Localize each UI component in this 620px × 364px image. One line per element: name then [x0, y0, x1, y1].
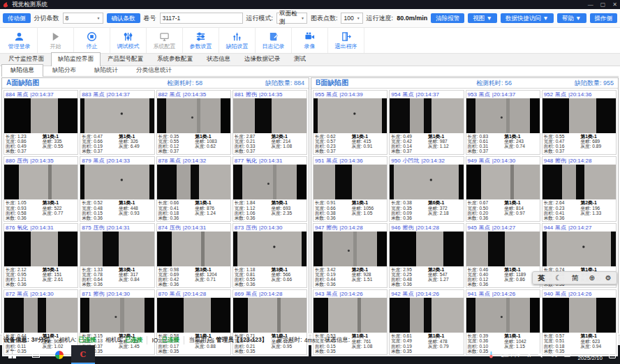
debug-mode-button[interactable]: 调试模式	[110, 28, 147, 53]
defect-image[interactable]	[313, 232, 387, 266]
defect-cell[interactable]: 951 黑点 |20:14:36 长度: 0.91 宽度: 0.66 面积: 0…	[313, 156, 388, 221]
drive-side-button[interactable]: 传动侧	[3, 13, 31, 24]
help-menu-button[interactable]: 帮助 ▼	[557, 13, 586, 24]
weather-widget[interactable]: 气温下降	[487, 351, 521, 359]
defect-image[interactable]	[466, 165, 540, 199]
defect-cell[interactable]: 946 擦伤 |20:14:28 长度: 2.95 宽度: 0.25 面积: 0…	[389, 223, 464, 288]
taskbar-clock[interactable]: 20:142025/2/10	[577, 348, 603, 362]
defect-image[interactable]	[233, 298, 307, 333]
defect-image[interactable]	[157, 165, 230, 199]
defect-image[interactable]	[313, 98, 387, 133]
minimize-button[interactable]: —	[588, 0, 593, 9]
slit-count-select[interactable]: 8▼	[63, 13, 103, 24]
chart-points-select[interactable]: 100▼	[341, 13, 362, 24]
defect-cell[interactable]: 873 压伤 |20:14:30 长度: 1.18 宽度: 0.81 面积: 0…	[232, 223, 307, 288]
defect-cell[interactable]: 950 小凹坑 |20:14:32 长度: 0.38 宽度: 0.35 面积: …	[389, 156, 464, 221]
defect-image[interactable]	[233, 98, 307, 133]
defect-image[interactable]	[157, 298, 230, 333]
log-record-button[interactable]: 日志记录	[256, 28, 292, 53]
record-video-button[interactable]: 录像	[292, 28, 328, 53]
defect-cell[interactable]: 879 黑点 |20:14:33 长度: 0.52 宽度: 0.48 面积: 0…	[80, 156, 154, 221]
defect-cell[interactable]: 884 黑点 |20:14:37 长度: 1.23 宽度: 0.86 面积: 0…	[3, 90, 78, 155]
defect-image[interactable]	[233, 232, 307, 266]
defect-image[interactable]	[313, 165, 387, 199]
taskbar-browser-button[interactable]	[47, 345, 71, 364]
defect-image[interactable]	[390, 98, 463, 133]
defect-cell[interactable]: 870 黑点 |20:14:28 长度: 0.58 宽度: 0.52 面积: 0…	[156, 289, 231, 354]
tray-expand-caret[interactable]: ∧	[527, 351, 531, 358]
defect-cell[interactable]: 942 黑点 |20:14:26 长度: 0.61 宽度: 0.49 面积: 0…	[389, 289, 464, 354]
defect-image[interactable]	[157, 232, 230, 266]
quick-data-menu-button[interactable]: 数据快捷访问 ▼	[501, 13, 554, 24]
defect-cell[interactable]: 947 擦伤 |20:14:28 长度: 3.42 宽度: 0.19 面积: 0…	[313, 223, 388, 288]
touch-keyboard-icon[interactable]	[563, 351, 571, 358]
defect-image[interactable]	[4, 98, 78, 133]
defect-image[interactable]	[466, 232, 540, 266]
action-center-icon[interactable]	[609, 351, 616, 358]
ime-simplified-toggle[interactable]: 简	[572, 275, 579, 282]
clear-alarm-button[interactable]: 清除报警	[431, 13, 464, 24]
defect-cell[interactable]: 876 氧化 |20:14:31 长度: 2.12 宽度: 0.95 面积: 1…	[3, 223, 78, 288]
volume-icon[interactable]	[538, 351, 545, 358]
defect-image[interactable]	[466, 298, 540, 333]
operator-side-button[interactable]: 操作侧	[590, 13, 618, 24]
defect-cell[interactable]: 874 压伤 |20:14:31 长度: 0.98 宽度: 0.69 面积: 0…	[156, 223, 231, 288]
defect-cell[interactable]: 954 黑点 |20:14:37 长度: 0.49 宽度: 0.42 面积: 0…	[389, 90, 464, 155]
defect-cell[interactable]: 880 压伤 |20:14:35 长度: 1.05 宽度: 0.93 面积: 0…	[3, 156, 78, 221]
admin-login-button[interactable]: 管理登录	[1, 28, 38, 53]
ime-lang-toggle[interactable]: 英	[538, 275, 545, 282]
defect-image[interactable]	[80, 232, 154, 266]
roll-number-input[interactable]	[160, 13, 243, 24]
subtab-defect-distribution[interactable]: 缺陷分布	[43, 64, 85, 76]
defect-cell[interactable]: 882 黑点 |20:14:35 长度: 0.35 宽度: 0.55 面积: 0…	[156, 90, 231, 155]
defect-cell[interactable]: 955 黑点 |20:14:39 长度: 0.62 宽度: 0.57 面积: 0…	[313, 90, 388, 155]
defect-cell[interactable]: 881 擦伤 |20:14:35 长度: 2.87 宽度: 0.21 面积: 0…	[232, 90, 307, 155]
defect-cell[interactable]: 945 黑点 |20:14:27 长度: 0.46 宽度: 0.40 面积: 0…	[466, 223, 540, 288]
defect-image[interactable]	[233, 165, 307, 199]
task-view-button[interactable]	[24, 345, 47, 364]
defect-cell[interactable]: 878 黑点 |20:14:32 长度: 0.66 宽度: 0.41 面积: 0…	[156, 156, 231, 221]
defect-settings-button[interactable]: 缺陷设置	[219, 28, 256, 53]
defect-image[interactable]	[542, 298, 616, 333]
defect-image[interactable]	[4, 232, 78, 266]
defect-image[interactable]	[4, 165, 78, 199]
subtab-class-info-statistics[interactable]: 分类信息统计	[127, 64, 181, 76]
subtab-defect-info[interactable]: 缺陷信息	[1, 64, 43, 77]
defect-image[interactable]	[390, 165, 463, 199]
defect-cell[interactable]: 875 压伤 |20:14:31 长度: 1.33 宽度: 0.78 面积: 0…	[80, 223, 154, 288]
defect-image[interactable]	[157, 98, 230, 133]
defect-image[interactable]	[542, 232, 616, 266]
run-mode-select[interactable]: 双面检测▼	[276, 13, 307, 24]
system-config-button[interactable]: 系统配置	[147, 28, 183, 53]
start-button[interactable]: 开始	[38, 28, 74, 53]
defect-image[interactable]	[466, 98, 540, 133]
parameter-settings-button[interactable]: 参数设置	[183, 28, 219, 53]
tab-edge-data-record[interactable]: 边缘数据记录	[237, 52, 287, 66]
defect-cell[interactable]: 877 氧化 |20:14:31 长度: 1.84 宽度: 1.12 面积: 1…	[232, 156, 307, 221]
defect-cell[interactable]: 943 黑点 |20:14:26 长度: 0.53 宽度: 0.45 面积: 0…	[313, 289, 388, 354]
taskbar-inspection-app-button[interactable]: C	[71, 345, 95, 364]
defect-image[interactable]	[542, 165, 616, 199]
close-button[interactable]: ✕	[612, 0, 617, 9]
defect-cell[interactable]: 949 黑点 |20:14:30 长度: 0.67 宽度: 0.50 面积: 0…	[466, 156, 540, 221]
tab-status-info[interactable]: 状态信息	[200, 52, 237, 66]
confirm-count-button[interactable]: 确认条数	[107, 13, 140, 24]
defect-cell[interactable]: 869 黑点 |20:14:28 长度: 0.71 宽度: 0.44 面积: 0…	[232, 289, 307, 354]
subtab-defect-statistics[interactable]: 缺陷统计	[85, 64, 127, 76]
maximize-button[interactable]: ▢	[600, 0, 606, 9]
stop-button[interactable]: 停止	[74, 28, 110, 53]
defect-image[interactable]	[80, 98, 154, 133]
defect-cell[interactable]: 883 黑点 |20:14:37 长度: 0.47 宽度: 0.66 面积: 0…	[80, 90, 154, 155]
defect-image[interactable]	[80, 298, 154, 333]
defect-image[interactable]	[542, 98, 616, 133]
start-button[interactable]	[0, 345, 24, 364]
defect-image[interactable]	[313, 298, 387, 333]
exit-program-button[interactable]: 退出程序	[328, 28, 364, 53]
defect-image[interactable]	[80, 165, 154, 199]
defect-cell[interactable]: 953 黑点 |20:14:37 长度: 0.83 宽度: 0.61 面积: 0…	[466, 90, 540, 155]
tab-test[interactable]: 测试	[287, 52, 313, 66]
defect-image[interactable]	[390, 232, 463, 266]
view-menu-button[interactable]: 视图 ▼	[468, 13, 497, 24]
defect-cell[interactable]: 952 黑点 |20:14:36 长度: 0.55 宽度: 0.47 面积: 0…	[542, 90, 617, 155]
defect-cell[interactable]: 948 擦伤 |20:14:28 长度: 2.64 宽度: 0.23 面积: 0…	[542, 156, 617, 221]
